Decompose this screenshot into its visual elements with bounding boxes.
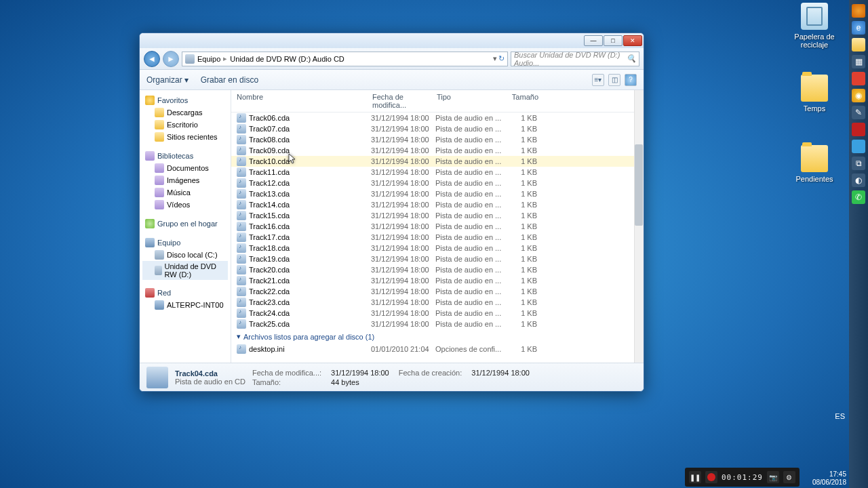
file-row[interactable]: desktop.ini01/01/2010 21:04Opciones de c… [231, 344, 644, 354]
recorder-timer: 00:01:29 [722, 473, 763, 482]
file-row[interactable]: Track10.cda31/12/1994 18:00Pista de audi… [231, 156, 644, 167]
back-button[interactable]: ◄ [144, 51, 160, 67]
pinned-app-icon[interactable]: ▦ [852, 55, 865, 68]
sidebar-item[interactable]: Disco local (C:) [142, 249, 228, 261]
file-row[interactable]: Track14.cda31/12/1994 18:00Pista de audi… [231, 199, 644, 210]
file-row[interactable]: Track11.cda31/12/1994 18:00Pista de audi… [231, 167, 644, 178]
sidebar-favorites[interactable]: Favoritos [142, 94, 228, 106]
file-row[interactable]: Track15.cda31/12/1994 18:00Pista de audi… [231, 210, 644, 221]
start-orb-icon[interactable] [852, 4, 865, 18]
column-type[interactable]: Tipo [437, 93, 505, 109]
ie-icon[interactable]: e [852, 21, 865, 35]
help-button[interactable]: ? [625, 74, 637, 86]
sidebar-homegroup[interactable]: Grupo en el hogar [142, 218, 228, 230]
close-button[interactable]: ✕ [623, 35, 642, 46]
explorer-icon[interactable] [852, 38, 865, 52]
sidebar-item[interactable]: ALTERPC-INT00 [142, 299, 228, 311]
sidebar-item[interactable]: Descargas [142, 106, 228, 119]
pinned-app-icon[interactable] [852, 140, 865, 153]
file-list[interactable]: Track06.cda31/12/1994 18:00Pista de audi… [231, 113, 644, 363]
sidebar-computer[interactable]: Equipo [142, 237, 228, 249]
desktop-icon-temps[interactable]: Temps [791, 75, 838, 113]
sidebar-item[interactable]: Imágenes [142, 174, 228, 186]
column-date[interactable]: Fecha de modifica... [372, 93, 437, 109]
desktop-icon-pendientes[interactable]: Pendientes [791, 145, 838, 183]
refresh-icon[interactable]: ↻ [498, 54, 505, 63]
file-size: 1 KB [503, 190, 537, 198]
file-date: 31/12/1994 18:00 [371, 211, 435, 220]
pinned-app-icon[interactable]: ✎ [852, 106, 865, 119]
file-row[interactable]: Track18.cda31/12/1994 18:00Pista de audi… [231, 243, 644, 253]
system-tray[interactable]: 17:45 08/06/2018 [812, 470, 846, 487]
minimize-button[interactable]: — [584, 35, 603, 46]
pinned-app-icon[interactable] [852, 72, 865, 85]
chrome-icon[interactable]: ◉ [852, 89, 865, 102]
whatsapp-icon[interactable]: ✆ [852, 190, 865, 204]
sidebar-libraries[interactable]: Bibliotecas [142, 150, 228, 162]
file-row[interactable]: Track09.cda31/12/1994 18:00Pista de audi… [231, 145, 644, 156]
column-name[interactable]: Nombre [237, 93, 372, 109]
language-indicator[interactable]: ES [835, 412, 845, 420]
file-type: Pista de audio en ... [435, 255, 503, 263]
file-row[interactable]: Track17.cda31/12/1994 18:00Pista de audi… [231, 232, 644, 243]
file-list-pane: Nombre Fecha de modifica... Tipo Tamaño … [231, 90, 644, 363]
right-taskbar: e ▦ ◉ ✎ ⧉ ◐ ✆ [849, 0, 868, 488]
file-row[interactable]: Track21.cda31/12/1994 18:00Pista de audi… [231, 275, 644, 286]
file-row[interactable]: Track24.cda31/12/1994 18:00Pista de audi… [231, 308, 644, 319]
pinned-app-icon[interactable]: ◐ [852, 174, 865, 187]
file-row[interactable]: Track22.cda31/12/1994 18:00Pista de audi… [231, 286, 644, 297]
file-date: 31/12/1994 18:00 [371, 201, 435, 209]
forward-button[interactable]: ► [163, 51, 179, 67]
preview-pane-button[interactable]: ◫ [608, 74, 620, 86]
recorder-pause-button[interactable]: ❚❚ [689, 471, 701, 483]
file-row[interactable]: Track19.cda31/12/1994 18:00Pista de audi… [231, 253, 644, 264]
sidebar-item[interactable]: Unidad de DVD RW (D:) [142, 261, 228, 280]
breadcrumb-root[interactable]: Equipo [197, 55, 220, 63]
staging-section-header[interactable]: ▾Archivos listos para agregar al disco (… [231, 329, 644, 344]
file-row[interactable]: Track13.cda31/12/1994 18:00Pista de audi… [231, 188, 644, 199]
breadcrumb-current[interactable]: Unidad de DVD RW (D:) Audio CD [230, 55, 344, 63]
address-bar[interactable]: Equipo ▸ Unidad de DVD RW (D:) Audio CD … [182, 52, 508, 66]
desktop-icon-label: Papelera de reciclaje [791, 33, 838, 49]
recorder-settings-button[interactable]: ⚙ [783, 471, 795, 483]
file-name: Track21.cda [249, 277, 371, 285]
file-row[interactable]: Track23.cda31/12/1994 18:00Pista de audi… [231, 297, 644, 308]
maximize-button[interactable]: □ [604, 35, 623, 46]
recorder-record-button[interactable] [705, 471, 717, 483]
column-size[interactable]: Tamaño [505, 93, 538, 109]
file-row[interactable]: Track08.cda31/12/1994 18:00Pista de audi… [231, 134, 644, 145]
sidebar-item[interactable]: Vídeos [142, 199, 228, 211]
sidebar-item[interactable]: Música [142, 186, 228, 199]
sidebar-item[interactable]: Sitios recientes [142, 131, 228, 143]
pinned-app-icon[interactable] [852, 123, 865, 136]
organize-button[interactable]: Organizar▾ [146, 75, 189, 85]
sidebar-item-label: Música [167, 188, 191, 197]
file-name: Track18.cda [249, 244, 371, 252]
pinned-app-icon[interactable]: ⧉ [852, 157, 865, 170]
audio-file-icon [237, 200, 246, 209]
desktop-icon-papelera-de-reciclaje[interactable]: Papelera de reciclaje [791, 3, 838, 49]
file-row[interactable]: Track16.cda31/12/1994 18:00Pista de audi… [231, 221, 644, 232]
recorder-screenshot-button[interactable]: 📷 [767, 471, 779, 483]
folder-icon [155, 176, 164, 185]
sidebar-item-label: Imágenes [167, 176, 199, 184]
sidebar-item[interactable]: Documentos [142, 162, 228, 174]
sidebar-item[interactable]: Escritorio [142, 119, 228, 131]
titlebar[interactable]: — □ ✕ [140, 33, 644, 48]
search-input[interactable]: Buscar Unidad de DVD RW (D:) Audio... 🔍 [511, 52, 639, 66]
scrollbar-thumb[interactable] [635, 144, 643, 226]
scrollbar[interactable] [634, 90, 644, 363]
file-name: Track12.cda [249, 179, 371, 187]
file-row[interactable]: Track25.cda31/12/1994 18:00Pista de audi… [231, 319, 644, 329]
file-row[interactable]: Track20.cda31/12/1994 18:00Pista de audi… [231, 264, 644, 275]
audio-file-icon [237, 243, 246, 253]
file-row[interactable]: Track06.cda31/12/1994 18:00Pista de audi… [231, 113, 644, 123]
file-row[interactable]: Track07.cda31/12/1994 18:00Pista de audi… [231, 123, 644, 134]
file-size: 1 KB [503, 345, 537, 353]
view-options-button[interactable]: ≡▾ [592, 74, 604, 86]
dropdown-icon[interactable]: ▾ [493, 54, 497, 63]
file-row[interactable]: Track12.cda31/12/1994 18:00Pista de audi… [231, 178, 644, 188]
file-type: Pista de audio en ... [435, 287, 503, 296]
burn-disc-button[interactable]: Grabar en disco [201, 75, 258, 85]
sidebar-network[interactable]: Red [142, 287, 228, 299]
